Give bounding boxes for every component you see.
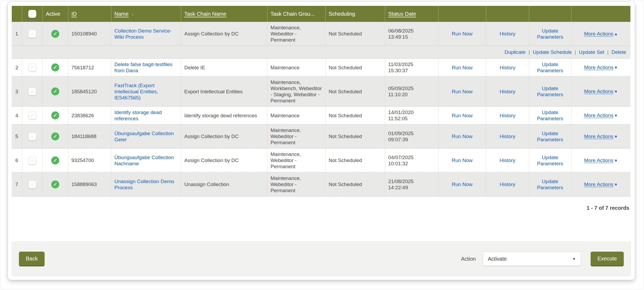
run-now-link[interactable]: Run Now xyxy=(452,134,472,139)
history-link[interactable]: History xyxy=(500,65,515,70)
run-now-link[interactable]: Run Now xyxy=(452,89,472,94)
records-count: 1 - 7 of 7 records xyxy=(12,205,630,211)
more-actions-arrow-icon: ▼ xyxy=(614,112,618,119)
more-actions-link[interactable]: More Actions▼ xyxy=(584,182,618,187)
run-now-link[interactable]: Run Now xyxy=(452,113,472,118)
more-actions-link[interactable]: More Actions▼ xyxy=(584,134,618,139)
footer-action-bar: Back Action Activate ▼ Execute xyxy=(12,241,631,276)
select-all-checkbox[interactable] xyxy=(28,10,36,18)
column-header-task-chain-group: Task Chain Grou... xyxy=(267,6,325,22)
scheduling-cell: Not Scheduled xyxy=(325,172,385,196)
run-now-link[interactable]: Run Now xyxy=(452,158,472,163)
column-header-select-all xyxy=(22,6,42,22)
run-now-link[interactable]: Run Now xyxy=(452,31,472,37)
update-schedule-link[interactable]: Update Schedule xyxy=(533,49,572,55)
row-checkbox[interactable] xyxy=(28,87,36,95)
action-label: Action xyxy=(461,256,476,262)
status-date-cell: 05/09/2025 11:10:20 xyxy=(385,76,438,107)
task-chain-name-cell: Identify storage dead references xyxy=(181,107,267,124)
process-name-link[interactable]: Unassign Collection Demo Process xyxy=(114,179,174,190)
more-actions-link[interactable]: More Actions▼ xyxy=(584,88,618,94)
update-parameters-cell: Update Parameters xyxy=(529,59,571,76)
row-checkbox[interactable] xyxy=(28,111,36,119)
run-now-cell: Run Now xyxy=(438,76,486,107)
row-checkbox[interactable] xyxy=(28,156,36,164)
history-link[interactable]: History xyxy=(500,89,515,94)
update-parameters-link[interactable]: Update Parameters xyxy=(537,62,563,73)
more-actions-menu: Duplicate|Update Schedule|Update Set|Del… xyxy=(12,46,630,59)
history-link[interactable]: History xyxy=(500,182,515,187)
update-parameters-cell: Update Parameters xyxy=(529,22,571,46)
scheduling-cell: Not Scheduled xyxy=(325,76,385,107)
more-actions-link[interactable]: More Actions▼ xyxy=(584,158,618,163)
task-chain-name-cell: Unassign Collection xyxy=(181,172,267,196)
update-parameters-link[interactable]: Update Parameters xyxy=(537,131,563,142)
process-name-link[interactable]: Collection Demo Service-Wiki Process xyxy=(114,28,172,40)
column-header-status-date[interactable]: Status Date xyxy=(385,6,438,22)
column-header-task-chain-name[interactable]: Task Chain Name xyxy=(181,6,267,22)
history-link[interactable]: History xyxy=(500,31,515,37)
scheduling-cell: Not Scheduled xyxy=(325,148,385,172)
column-header-id[interactable]: ID xyxy=(68,6,111,22)
history-cell: History xyxy=(486,22,529,46)
row-select-cell xyxy=(22,148,42,172)
active-status-cell: ✓ xyxy=(42,172,68,196)
back-button[interactable]: Back xyxy=(19,252,45,266)
execute-button[interactable]: Execute xyxy=(591,252,624,266)
row-checkbox[interactable] xyxy=(28,180,36,188)
run-now-link[interactable]: Run Now xyxy=(452,182,472,187)
row-checkbox[interactable] xyxy=(28,30,36,38)
table-header-row: Active ID Name▲ Task Chain Name Task Cha… xyxy=(12,6,630,22)
more-actions-link[interactable]: More Actions▲ xyxy=(584,31,618,37)
task-chains-panel: Active ID Name▲ Task Chain Name Task Cha… xyxy=(8,2,635,280)
menu-separator: | xyxy=(575,49,576,55)
more-actions-link[interactable]: More Actions▼ xyxy=(584,112,618,118)
id-cell: 185845120 xyxy=(68,76,111,107)
update-parameters-link[interactable]: Update Parameters xyxy=(537,110,563,121)
more-actions-link[interactable]: More Actions▼ xyxy=(584,65,618,70)
update-parameters-link[interactable]: Update Parameters xyxy=(537,28,563,40)
table-row: 2 ✓ 75618712 Delete false bagit-testfile… xyxy=(12,59,630,76)
table-row: 6 ✓ 93254700 Übungsaufgabe Collection Na… xyxy=(12,148,630,172)
history-cell: History xyxy=(486,148,529,172)
update-parameters-link[interactable]: Update Parameters xyxy=(537,179,563,190)
id-cell: 23838626 xyxy=(68,107,111,124)
active-check-icon: ✓ xyxy=(51,30,59,38)
row-select-cell xyxy=(22,76,42,107)
duplicate-link[interactable]: Duplicate xyxy=(504,49,526,55)
row-select-cell xyxy=(22,107,42,124)
active-status-cell: ✓ xyxy=(42,148,68,172)
active-check-icon: ✓ xyxy=(51,111,59,119)
task-chain-group-cell: Maintenance, Webeditor - Permanent xyxy=(267,148,325,172)
history-link[interactable]: History xyxy=(500,158,515,163)
column-header-name[interactable]: Name▲ xyxy=(111,6,181,22)
row-checkbox[interactable] xyxy=(28,132,36,140)
process-name-link[interactable]: FastTrack (Export Intellectual Entities,… xyxy=(114,83,158,100)
process-name-link[interactable]: Delete false bagit-testfiles from Dana xyxy=(114,62,173,73)
task-chain-group-cell: Maintenance, Webeditor - Permanent xyxy=(267,172,325,196)
delete-link[interactable]: Delete xyxy=(611,49,626,55)
history-link[interactable]: History xyxy=(500,113,515,118)
history-link[interactable]: History xyxy=(500,134,515,139)
run-now-cell: Run Now xyxy=(438,148,486,172)
update-set-link[interactable]: Update Set xyxy=(579,49,604,55)
name-cell: Identify storage dead references xyxy=(111,107,181,124)
action-select-value: Activate xyxy=(488,256,507,262)
row-number: 3 xyxy=(12,76,22,107)
update-parameters-link[interactable]: Update Parameters xyxy=(537,155,563,166)
row-checkbox[interactable] xyxy=(28,63,36,71)
status-date-cell: 04/07/2025 10:01:32 xyxy=(385,148,438,172)
run-now-cell: Run Now xyxy=(438,59,486,76)
name-cell: Übungsaufgabe Collection Geier xyxy=(111,124,181,148)
update-parameters-link[interactable]: Update Parameters xyxy=(537,86,563,97)
action-select[interactable]: Activate ▼ xyxy=(483,252,581,266)
chevron-down-icon: ▼ xyxy=(572,257,576,261)
more-actions-cell: More Actions▼ xyxy=(571,124,630,148)
active-status-cell: ✓ xyxy=(42,59,68,76)
process-name-link[interactable]: Übungsaufgabe Collection Geier xyxy=(114,131,174,142)
table-row: 5 ✓ 184118688 Übungsaufgabe Collection G… xyxy=(12,124,630,148)
column-header-rownum xyxy=(12,6,22,22)
process-name-link[interactable]: Identify storage dead references xyxy=(114,110,162,121)
run-now-link[interactable]: Run Now xyxy=(452,65,472,70)
process-name-link[interactable]: Übungsaufgabe Collection Nachname xyxy=(114,155,174,166)
